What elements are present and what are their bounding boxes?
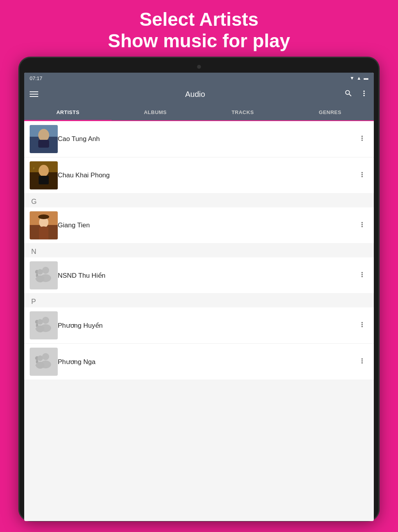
svg-point-18 (42, 267, 49, 274)
artist-more-button[interactable] (356, 319, 368, 332)
svg-point-38 (37, 355, 43, 361)
artist-avatar (30, 261, 58, 289)
artist-more-button[interactable] (356, 269, 368, 282)
svg-text:♪: ♪ (33, 166, 35, 170)
status-icons: ▼ ▲ ▬ (350, 75, 368, 81)
artist-avatar (30, 311, 58, 339)
tablet-frame: 07:17 ▼ ▲ ▬ Audio (20, 58, 378, 520)
artist-more-button[interactable] (356, 133, 368, 146)
status-bar: 07:17 ▼ ▲ ▬ (24, 73, 374, 84)
svg-point-21 (36, 275, 44, 282)
svg-point-2 (38, 129, 49, 141)
svg-point-36 (42, 353, 49, 360)
artist-name: Phương Huyền (58, 321, 356, 330)
artist-more-button[interactable] (356, 355, 368, 368)
svg-rect-7 (39, 176, 49, 184)
artist-avatar (30, 348, 58, 376)
tab-genres[interactable]: GENRES (286, 105, 374, 121)
list-item[interactable]: Giang Tien (24, 207, 374, 244)
list-item[interactable]: Phương Nga (24, 344, 374, 380)
app-bar-icons (344, 89, 368, 100)
svg-point-30 (36, 325, 44, 332)
artist-name: NSND Thu Hiền (58, 271, 356, 280)
app-title: Audio (46, 90, 344, 99)
promo-title-line1: Select Artists (0, 9, 398, 30)
screen: 07:17 ▼ ▲ ▬ Audio (24, 73, 374, 521)
artist-name: Cao Tung Anh (58, 135, 356, 143)
svg-point-20 (37, 269, 43, 275)
list-item[interactable]: ♪ Chau Khai Phong (24, 157, 374, 194)
promo-title-line2: Show music for play (0, 30, 398, 52)
camera-dot (197, 65, 201, 69)
signal-icon: ▲ (357, 75, 361, 81)
artist-avatar (30, 125, 58, 153)
hamburger-menu-button[interactable] (30, 91, 38, 97)
list-item[interactable]: Phương Huyền (24, 307, 374, 344)
svg-point-39 (36, 362, 44, 369)
hamburger-line-1 (30, 91, 38, 92)
artist-more-button[interactable] (356, 219, 368, 232)
section-header-n: N (24, 244, 374, 257)
artist-list: Cao Tung Anh ♪ (24, 121, 374, 380)
tab-tracks[interactable]: TRACKS (199, 105, 286, 121)
promo-area: Select Artists Show music for play (0, 0, 398, 59)
svg-rect-3 (38, 140, 49, 148)
tab-albums[interactable]: ALBUMS (112, 105, 199, 121)
wifi-icon: ▼ (350, 75, 354, 81)
list-item[interactable]: NSND Thu Hiền (24, 257, 374, 294)
search-button[interactable] (344, 89, 353, 100)
hamburger-line-3 (30, 96, 38, 97)
svg-point-6 (39, 165, 49, 177)
more-options-button[interactable] (360, 89, 368, 100)
artist-name: Phương Nga (58, 358, 356, 366)
tab-bar: ARTISTS ALBUMS TRACKS GENRES (24, 105, 374, 121)
app-bar: Audio (24, 84, 374, 105)
artist-name: Chau Khai Phong (58, 171, 356, 179)
artist-avatar: ♪ (30, 161, 58, 189)
svg-point-12 (38, 214, 49, 219)
section-header-p: P (24, 294, 374, 307)
tab-artists[interactable]: ARTISTS (24, 105, 112, 121)
battery-icon: ▬ (364, 75, 368, 81)
artist-avatar (30, 211, 58, 239)
status-time: 07:17 (30, 75, 43, 81)
artist-name: Giang Tien (58, 221, 356, 229)
section-header-g: G (24, 194, 374, 207)
list-item[interactable]: Cao Tung Anh (24, 121, 374, 157)
svg-point-29 (37, 319, 43, 325)
svg-point-27 (42, 317, 49, 324)
hamburger-line-2 (30, 94, 38, 95)
artist-more-button[interactable] (356, 169, 368, 182)
